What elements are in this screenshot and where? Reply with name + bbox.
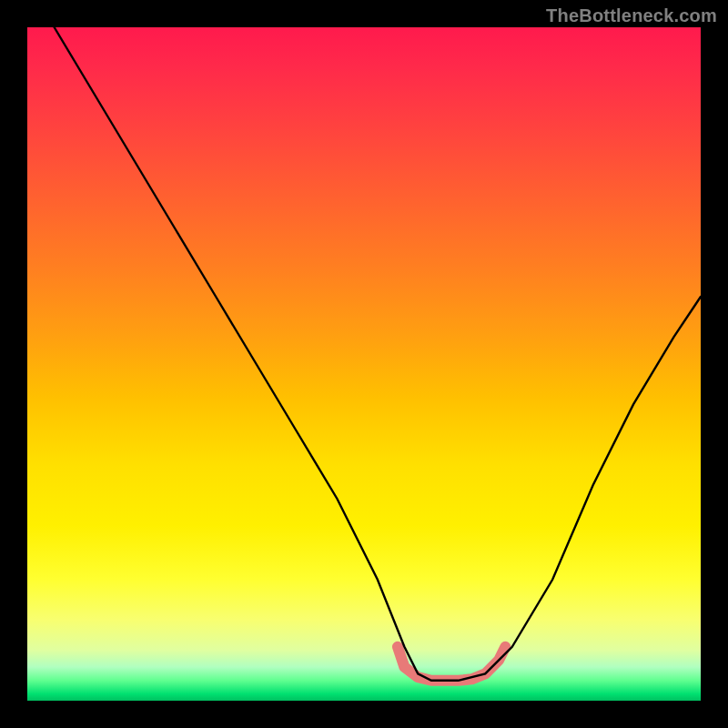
chart-svg [27,27,701,701]
plot-area [27,27,701,701]
bottleneck-curve [55,27,701,681]
watermark-text: TheBottleneck.com [546,5,717,26]
chart-container: TheBottleneck.com [0,0,728,728]
